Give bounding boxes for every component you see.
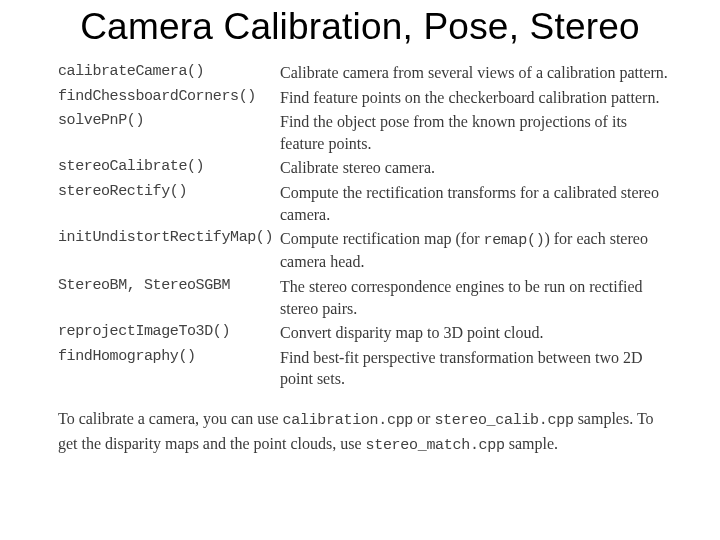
footer-text: sample. (505, 435, 558, 452)
func-name: StereoBM, StereoSGBM (58, 276, 280, 322)
table-row: initUndistortRectifyMap() Compute rectif… (58, 228, 672, 276)
func-desc: Calibrate stereo camera. (280, 157, 672, 182)
inline-code: calibration.cpp (283, 412, 414, 429)
function-table: calibrateCamera() Calibrate camera from … (58, 62, 672, 393)
table-row: reprojectImageTo3D() Convert disparity m… (58, 322, 672, 347)
func-name: calibrateCamera() (58, 62, 280, 87)
table-row: stereoRectify() Compute the rectificatio… (58, 182, 672, 228)
func-desc: Find feature points on the checkerboard … (280, 87, 672, 112)
footer-paragraph: To calibrate a camera, you can use calib… (58, 407, 672, 457)
func-name: findChessboardCorners() (58, 87, 280, 112)
func-desc: The stereo correspondence engines to be … (280, 276, 672, 322)
func-desc: Compute rectification map (for remap()) … (280, 228, 672, 276)
func-desc: Calibrate camera from several views of a… (280, 62, 672, 87)
table-row: StereoBM, StereoSGBM The stereo correspo… (58, 276, 672, 322)
func-name: stereoCalibrate() (58, 157, 280, 182)
table-row: solvePnP() Find the object pose from the… (58, 111, 672, 157)
inline-code: remap() (483, 232, 544, 249)
func-name: reprojectImageTo3D() (58, 322, 280, 347)
func-name: findHomography() (58, 347, 280, 393)
func-desc: Find best-fit perspective transformation… (280, 347, 672, 393)
func-desc: Compute the rectification transforms for… (280, 182, 672, 228)
footer-text: To calibrate a camera, you can use (58, 410, 283, 427)
table-row: stereoCalibrate() Calibrate stereo camer… (58, 157, 672, 182)
slide-title: Camera Calibration, Pose, Stereo (28, 6, 692, 48)
table-row: findChessboardCorners() Find feature poi… (58, 87, 672, 112)
table-row: findHomography() Find best-fit perspecti… (58, 347, 672, 393)
func-desc: Convert disparity map to 3D point cloud. (280, 322, 672, 347)
func-name: stereoRectify() (58, 182, 280, 228)
table-row: calibrateCamera() Calibrate camera from … (58, 62, 672, 87)
desc-text: Compute rectification map (for (280, 230, 483, 247)
slide: Camera Calibration, Pose, Stereo calibra… (0, 0, 720, 540)
func-desc: Find the object pose from the known proj… (280, 111, 672, 157)
func-name: initUndistortRectifyMap() (58, 228, 280, 276)
footer-text: or (413, 410, 434, 427)
func-name: solvePnP() (58, 111, 280, 157)
inline-code: stereo_calib.cpp (434, 412, 573, 429)
inline-code: stereo_match.cpp (366, 437, 505, 454)
content-body: calibrateCamera() Calibrate camera from … (28, 62, 692, 456)
